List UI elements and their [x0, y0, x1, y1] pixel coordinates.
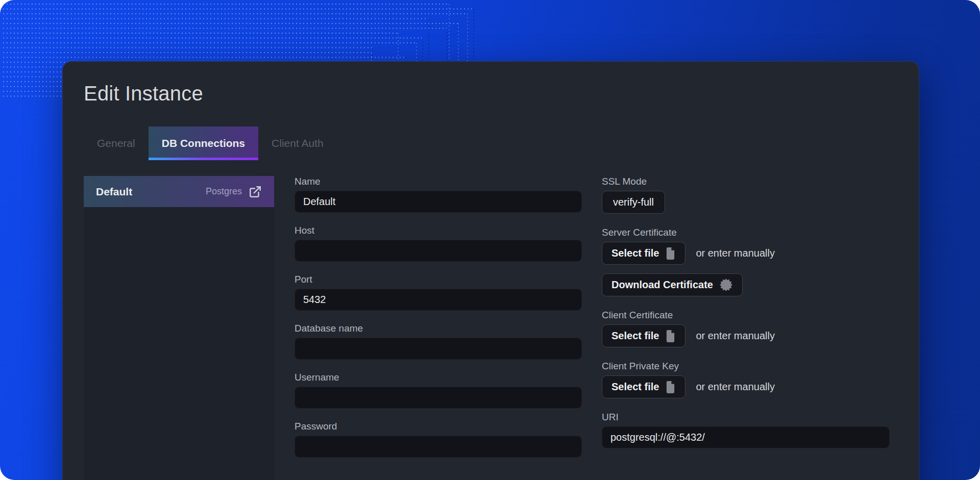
- name-field: Name: [295, 176, 582, 213]
- host-input[interactable]: [295, 240, 582, 262]
- client-certificate-select-file-button[interactable]: Select file: [602, 324, 685, 347]
- modal-title: Edit Instance: [84, 82, 919, 105]
- uri-input[interactable]: [602, 426, 890, 448]
- server-certificate-block: Server Certificate Select file or e: [602, 227, 890, 296]
- connections-sidebar: Default Postgres: [84, 176, 274, 480]
- connection-form: Name Host Port Database name Username: [295, 176, 582, 480]
- port-field: Port: [295, 274, 582, 311]
- client-certificate-row: Select file or enter manually: [602, 324, 890, 347]
- db-connections-panel: Default Postgres: [63, 176, 919, 480]
- client-private-key-enter-manually-link[interactable]: or enter manually: [696, 381, 775, 393]
- server-certificate-row: Select file or enter manually: [602, 242, 890, 265]
- password-input[interactable]: [295, 436, 582, 458]
- host-field: Host: [295, 225, 582, 262]
- ssl-mode-value: verify-full: [613, 196, 654, 208]
- port-input[interactable]: [295, 289, 582, 311]
- database-name-input[interactable]: [295, 338, 582, 360]
- select-file-label: Select file: [611, 330, 659, 342]
- client-private-key-row: Select file or enter manually: [602, 375, 890, 398]
- tab-client-auth[interactable]: Client Auth: [258, 127, 337, 160]
- connection-meta: Postgres: [206, 185, 262, 198]
- file-icon: [665, 330, 676, 343]
- server-certificate-label: Server Certificate: [602, 227, 890, 238]
- name-label: Name: [295, 176, 582, 187]
- database-name-label: Database name: [295, 323, 582, 334]
- username-field: Username: [295, 372, 582, 409]
- client-certificate-block: Client Certificate Select file or e: [602, 310, 890, 347]
- select-file-label: Select file: [611, 247, 659, 259]
- tab-db-connections[interactable]: DB Connections: [149, 127, 258, 160]
- desktop-background: Edit Instance General DB Connections Cli…: [0, 0, 980, 480]
- connection-name: Default: [96, 186, 132, 198]
- external-link-icon[interactable]: [249, 185, 262, 198]
- client-certificate-label: Client Certificate: [602, 310, 890, 321]
- port-label: Port: [295, 274, 582, 285]
- uri-block: URI: [602, 412, 890, 448]
- tab-bar: General DB Connections Client Auth: [84, 127, 919, 160]
- download-certificate-button[interactable]: Download Certificate: [602, 273, 743, 296]
- ssl-settings: SSL Mode verify-full Server Certificate …: [602, 176, 890, 480]
- password-label: Password: [295, 421, 582, 432]
- ssl-mode-block: SSL Mode verify-full: [602, 176, 890, 214]
- uri-label: URI: [602, 412, 890, 423]
- connection-type-label: Postgres: [206, 186, 242, 197]
- server-certificate-enter-manually-link[interactable]: or enter manually: [696, 247, 775, 259]
- tab-general[interactable]: General: [84, 127, 149, 160]
- password-field: Password: [295, 421, 582, 458]
- tab-client-auth-label: Client Auth: [272, 137, 324, 149]
- client-private-key-label: Client Private Key: [602, 361, 890, 372]
- username-label: Username: [295, 372, 582, 383]
- download-certificate-label: Download Certificate: [611, 279, 713, 291]
- database-name-field: Database name: [295, 323, 582, 360]
- file-icon: [665, 381, 676, 394]
- name-input[interactable]: [295, 191, 582, 213]
- ssl-mode-button[interactable]: verify-full: [602, 191, 665, 214]
- tab-general-label: General: [97, 137, 135, 149]
- ssl-mode-label: SSL Mode: [602, 176, 890, 187]
- host-label: Host: [295, 225, 582, 236]
- select-file-label: Select file: [611, 381, 659, 393]
- client-private-key-block: Client Private Key Select file or e: [602, 361, 890, 398]
- certificate-seal-icon: [719, 278, 733, 292]
- connection-item-default[interactable]: Default Postgres: [84, 176, 274, 207]
- client-certificate-enter-manually-link[interactable]: or enter manually: [696, 330, 775, 342]
- file-icon: [665, 247, 676, 260]
- client-private-key-select-file-button[interactable]: Select file: [602, 375, 685, 398]
- username-input[interactable]: [295, 387, 582, 409]
- tab-db-connections-label: DB Connections: [162, 137, 245, 149]
- server-certificate-select-file-button[interactable]: Select file: [602, 242, 685, 265]
- edit-instance-modal: Edit Instance General DB Connections Cli…: [62, 61, 919, 480]
